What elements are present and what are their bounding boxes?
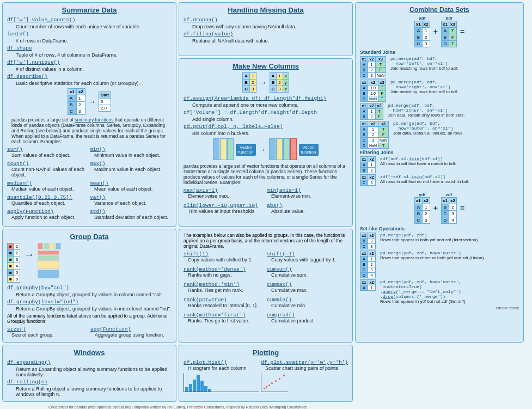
group-apply-grid: shift(1) Copy values with shifted by 1. … (184, 251, 348, 325)
code-volume: df['Volume'] = df.Length*df.Height*df.De… (184, 109, 317, 115)
code-describe: df.describe() (7, 74, 47, 80)
vfunc-min: min(axis=1) Element-wise min. (267, 187, 348, 200)
summarize-title: Summarize Data (7, 6, 172, 14)
func-size: size() Size of each group. (7, 326, 88, 339)
desc-volume: Add single column. (192, 117, 348, 122)
set-op-2: x1x2 A1 B2 C3 D4 pd.merge(ydf, zdf, how=… (360, 251, 519, 278)
arrow-icon: → (88, 97, 96, 107)
func-max: max() Maximum value in each object. (90, 160, 172, 179)
desc-fillna: Replace all NA/null data with value. (192, 38, 348, 44)
make-columns-diagram: A1 B2 C3 → A1x B2y C3z (184, 72, 348, 93)
set-op-2-code: pd.merge(ydf, zdf, how='outer') (380, 251, 519, 255)
plotting-grid: df.plot.hist() Histogram for each column… (184, 359, 348, 392)
code-qcut: pd.qcut(df.col, n, labels=False) (184, 124, 283, 130)
code-groupby-level: df.groupby(level="ind") (7, 299, 78, 305)
left-join-row: x1x2x3 A1T B2F C3NaN pd.merge(adf, bdf, … (360, 56, 519, 78)
vector-diagram: Vectorfunction → Vectorfunction (184, 138, 348, 161)
func-cumprod: cumprod() Cumulative product. (267, 312, 348, 325)
inner-join-row: x1x2x3 A1T B2F pd.merge(adf, bdf, how='i… (360, 103, 519, 120)
set-op-3-desc: Rows that appear in ydf but not zdf (Set… (380, 299, 519, 304)
func-std: std() Standard deviation of each object. (90, 208, 172, 221)
desc-groupby-col: Return a GroupBy object, grouped by valu… (16, 292, 172, 297)
code-fillna: df.fillna(value) (184, 31, 233, 37)
func-count: count() Count non-NA/null values of each… (7, 160, 89, 179)
desc-hist: Histogram for each column (188, 365, 259, 371)
inner-join-desc: Join data. Retain only rows in both sets… (388, 113, 519, 118)
code-hist: df.plot.hist() (184, 359, 227, 365)
desc-value-counts: Count number of rows with each unique va… (16, 24, 172, 29)
handling-title: Handling Missing Data (184, 6, 348, 14)
arrow-icon-2: → (259, 78, 267, 88)
functions-grid: sum() Sum values of each object. min() M… (7, 146, 172, 221)
outer-join-row: x1x2x3 A1T B2F C3NaN DNaNT pd.merge(adf,… (360, 121, 519, 149)
func-cummin: cummin() Cumulative min. (267, 296, 348, 309)
right-join-code: pd.merge(adf, bdf, how='right', on='x1') (390, 80, 519, 89)
right-join-row: x1x2x3 A1.0T B2.0F DNaNT pd.merge(adf, b… (360, 80, 519, 102)
set-op-3: x1x2 A1 pd.merge(ydf, zdf, how='outer', … (360, 279, 519, 304)
combine-section: Combine Data Sets adf x1x2 A1 B2 C3 + bd… (355, 2, 524, 343)
inner-join-code: pd.merge(adf, bdf, how='inner', on='x1') (388, 103, 519, 113)
func-cumsum: cumsum() Cumulative sum. (267, 266, 348, 279)
filter-join-1-desc: All rows in adf that have a match in bdf… (380, 161, 519, 166)
func-rank-first: rank(method='first') Ranks. Ties go to f… (184, 312, 265, 325)
group-section: Group Data ■1 ■2 ■3 ■4 ■5 ■6 → (2, 229, 176, 343)
func-min: min() Minimum value in each object. (90, 146, 172, 159)
group-title: Group Data (7, 233, 172, 241)
filter-join-1-code: adf[adf.x1.isin(bdf.x1)] (380, 156, 519, 161)
vector-functions-grid: max(axis=1) Element-wise max. min(axis=1… (184, 187, 348, 215)
summarize-section: Summarize Data df['w'].value_counts() Co… (2, 2, 176, 227)
plotting-title: Plotting (184, 349, 348, 357)
desc-len: # of rows in DataFrame. (16, 38, 172, 44)
desc-qcut: Bin column into n buckets. (192, 131, 348, 136)
plus-icon-2: + (433, 204, 438, 212)
make-columns-section: Make New Columns A1 B2 C3 → A1x B2y C3z … (179, 58, 353, 227)
func-shift-1: shift(-1) Copy values with lagged by 1. (267, 251, 348, 264)
equals-icon: = (460, 27, 464, 36)
vfunc-max: max(axis=1) Element-wise max. (184, 187, 265, 200)
vector-box-2: Vectorfunction (299, 144, 319, 156)
left-join-desc: Join matching rows from bdf to adf. (390, 66, 519, 71)
group-extra-grid: size() Size of each group. agg(Function)… (7, 326, 172, 339)
func-rank-pct: rank(pct=True) Ranks rescaled to interva… (184, 296, 265, 309)
set-op-3-code: pd.merge(ydf, zdf, how='outer', indicato… (380, 279, 519, 299)
func-mean: mean() Mean value of each object. (90, 180, 172, 193)
plot-scatter-col: df.plot.scatter(x='w',y='h') Scatter cha… (261, 359, 348, 392)
set-op-2-desc: Rows that appear in either or both ydf a… (380, 255, 519, 260)
func-agg: agg(Function) Aggregate group using func… (90, 326, 172, 339)
code-dropna: df.dropna() (184, 17, 218, 23)
set-op-1-desc: Rows that appear in both ydf and zdf (In… (380, 237, 519, 242)
vfunc-abs: abs() Absolute value. (267, 202, 348, 215)
plotting-section: Plotting df.plot.hist() Histogram for ea… (179, 345, 353, 402)
make-columns-title: Make New Columns (184, 62, 348, 70)
group-note: All of the summary functions listed abov… (7, 313, 172, 324)
desc-scatter: Scatter chart using pairs of points (265, 365, 348, 371)
footer-right: rstudio::cheat (360, 306, 519, 310)
group-arrow: → (23, 248, 34, 261)
desc-shape: Tuple of # of rows, # of columns in Data… (16, 52, 172, 58)
func-rank-min: rank(method='min') Ranks. Ties get min r… (184, 281, 265, 294)
windows-section: Windows df.expanding() Return an Expandi… (2, 345, 176, 402)
func-sum: sum() Sum values of each object. (7, 146, 89, 159)
desc-dropna: Drop rows with any column having NA/null… (192, 24, 348, 29)
vfunc-clip: clip(lower=-10,upper=10) Trim values at … (184, 202, 265, 215)
code-expanding: df.expanding() (7, 359, 51, 365)
plot-hist-col: df.plot.hist() Histogram for each column (184, 359, 259, 392)
handling-section: Handling Missing Data df.dropna() Drop r… (179, 2, 353, 56)
right-join-desc: Join matching rows from adf to bdf. (390, 89, 519, 94)
filter-join-2: x1x2 C3 adf[~adf.x1.isin(bdf.x1)] All ro… (360, 174, 519, 186)
code-rolling: df.rolling(n) (7, 379, 47, 385)
group-diagram: ■1 ■2 ■3 ■4 ■5 ■6 → (7, 243, 172, 283)
desc-assign: Compute and append one or more new colum… (192, 102, 348, 108)
outer-join-code: pd.merge(adf, bdf, how='outer', on='x1') (393, 121, 519, 131)
filtering-joins-title: Filtering Joins (360, 150, 519, 155)
desc-expanding: Return an Expanding object allowing summ… (16, 367, 172, 377)
group-apply-section: The examples below can also be applied t… (179, 229, 353, 343)
filter-join-1: x1x2 A1 B2 adf[adf.x1.isin(bdf.x1)] All … (360, 156, 519, 173)
desc-describe: Basic descriptive statistics for each co… (16, 81, 172, 86)
standard-joins-title: Standard Joins (360, 50, 519, 55)
vector-intro: pandas provides a large set of vector fu… (184, 163, 348, 185)
set-op-1-code: pd.merge(ydf, zdf) (380, 233, 519, 237)
set-ops-title: Set-like Operations (360, 226, 519, 231)
set-ops-visual: ydf x1x2 A1 B2 C3 + zdf x1x2 B2 C3 D4 = (360, 192, 519, 224)
code-scatter: df.plot.scatter(x='w',y='h') (261, 359, 348, 365)
